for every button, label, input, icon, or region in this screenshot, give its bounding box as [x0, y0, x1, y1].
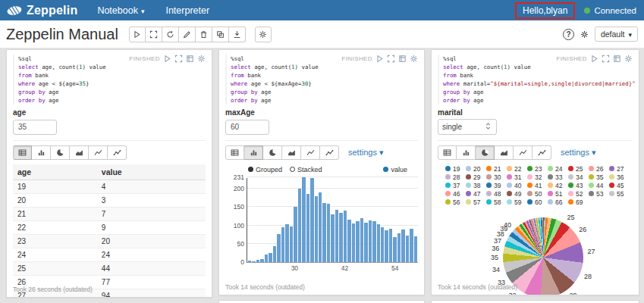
legend-item[interactable]: 36 — [609, 173, 630, 181]
bar[interactable] — [401, 230, 404, 262]
legend-item[interactable]: 43 — [568, 181, 589, 189]
bar[interactable] — [315, 196, 318, 262]
line-chart-button[interactable] — [514, 145, 532, 160]
legend-item[interactable]: 38 — [466, 181, 486, 189]
bar[interactable] — [322, 203, 325, 262]
legend-item[interactable]: 23 — [527, 164, 548, 173]
paragraph-gear-icon[interactable] — [410, 55, 418, 63]
bar[interactable] — [347, 220, 350, 262]
bar[interactable] — [372, 221, 375, 262]
line-chart-button[interactable] — [301, 145, 320, 160]
nav-item-interpreter[interactable]: Interpreter — [165, 5, 209, 16]
paragraph-gear-icon[interactable] — [197, 55, 206, 63]
clone-icon[interactable] — [212, 27, 229, 42]
refresh-icon[interactable] — [162, 27, 179, 42]
expand-paragraph-icon[interactable] — [174, 55, 183, 63]
mode-option-stacked[interactable]: Stacked — [290, 166, 322, 173]
bar[interactable] — [344, 211, 347, 262]
bar[interactable] — [335, 210, 338, 262]
legend-item[interactable]: 27 — [609, 164, 630, 173]
run-paragraph-icon[interactable] — [163, 55, 171, 63]
bar[interactable] — [273, 246, 276, 262]
bar[interactable] — [248, 261, 251, 262]
bar[interactable] — [393, 237, 396, 262]
user-greeting[interactable]: Hello,blyan — [515, 2, 575, 19]
legend-item[interactable]: 20 — [466, 164, 486, 173]
legend-item[interactable]: 51 — [548, 189, 568, 198]
legend-item[interactable]: 42 — [548, 181, 568, 189]
bar[interactable] — [327, 204, 330, 262]
mode-option-grouped[interactable]: Grouped — [248, 166, 282, 173]
legend-item[interactable]: 33 — [548, 173, 568, 181]
run-paragraph-icon[interactable] — [590, 55, 598, 63]
bar-chart-button[interactable] — [457, 145, 476, 160]
legend-item[interactable]: 57 — [466, 198, 486, 206]
bar[interactable] — [406, 236, 409, 262]
bar[interactable] — [381, 227, 384, 262]
legend-item[interactable]: 44 — [589, 181, 609, 189]
series-legend[interactable]: value — [383, 166, 407, 174]
bar-chart-button[interactable] — [32, 145, 51, 160]
legend-item[interactable]: 50 — [527, 189, 548, 198]
bar[interactable] — [265, 255, 268, 262]
bar[interactable] — [302, 177, 305, 262]
legend-item[interactable]: 66 — [548, 198, 568, 206]
legend-item[interactable]: 35 — [589, 173, 609, 181]
legend-item[interactable]: 58 — [486, 198, 507, 206]
legend-item[interactable]: 31 — [507, 173, 527, 181]
bar[interactable] — [252, 261, 255, 262]
legend-item[interactable]: 26 — [589, 164, 609, 173]
bar[interactable] — [319, 192, 322, 262]
paragraph-gear-icon[interactable] — [624, 55, 633, 63]
scheme-dropdown[interactable]: default ▾ — [595, 27, 638, 42]
nav-item-notebook[interactable]: Notebook▾ — [97, 5, 144, 16]
table-chart-button[interactable] — [13, 145, 32, 160]
legend-item[interactable]: 24 — [548, 164, 568, 173]
note-title[interactable]: Zeppelin Manual — [6, 26, 118, 43]
age-input[interactable] — [13, 120, 57, 135]
eraser-icon[interactable] — [179, 27, 196, 42]
trash-icon[interactable] — [196, 27, 212, 42]
bar[interactable] — [414, 236, 417, 262]
bar[interactable] — [285, 224, 288, 262]
settings-link[interactable]: settings ▾ — [348, 148, 384, 158]
legend-item[interactable]: 22 — [507, 164, 527, 173]
bar[interactable] — [281, 227, 284, 262]
legend-item[interactable]: 59 — [507, 198, 527, 206]
pie-chart-button[interactable] — [51, 145, 70, 160]
legend-item[interactable]: 47 — [466, 189, 486, 198]
legend-item[interactable]: 55 — [609, 189, 630, 198]
bar[interactable] — [389, 229, 392, 262]
bar[interactable] — [385, 230, 388, 262]
bar[interactable] — [356, 221, 359, 262]
legend-item[interactable]: 19 — [445, 164, 466, 173]
bar[interactable] — [294, 207, 297, 262]
legend-item[interactable]: 53 — [589, 189, 609, 198]
bar[interactable] — [310, 178, 313, 262]
legend-item[interactable]: 52 — [568, 189, 589, 198]
scatter-chart-button[interactable] — [532, 145, 551, 160]
output-toggle-icon[interactable] — [186, 55, 194, 63]
run-paragraph-icon[interactable] — [375, 55, 384, 63]
settings-link[interactable]: settings ▾ — [561, 148, 596, 158]
scatter-chart-button[interactable] — [108, 145, 127, 160]
legend-item[interactable]: 40 — [507, 181, 527, 189]
bar[interactable] — [377, 224, 380, 262]
table-chart-button[interactable] — [438, 145, 457, 160]
bar[interactable] — [269, 253, 272, 262]
area-chart-button[interactable] — [70, 145, 89, 160]
bar-chart-button[interactable] — [244, 145, 263, 160]
bar[interactable] — [260, 259, 263, 262]
bar[interactable] — [369, 220, 372, 262]
legend-item[interactable]: 37 — [445, 181, 466, 189]
download-icon[interactable] — [229, 27, 246, 42]
maxAge-input[interactable] — [225, 120, 269, 135]
expand-icon[interactable] — [146, 27, 162, 42]
legend-item[interactable]: 69 — [568, 198, 589, 206]
legend-item[interactable]: 21 — [486, 164, 507, 173]
play-icon[interactable] — [129, 27, 146, 42]
bar[interactable] — [306, 194, 309, 262]
bar[interactable] — [290, 226, 293, 262]
table-header[interactable]: value — [97, 164, 206, 180]
legend-item[interactable]: 49 — [507, 189, 527, 198]
